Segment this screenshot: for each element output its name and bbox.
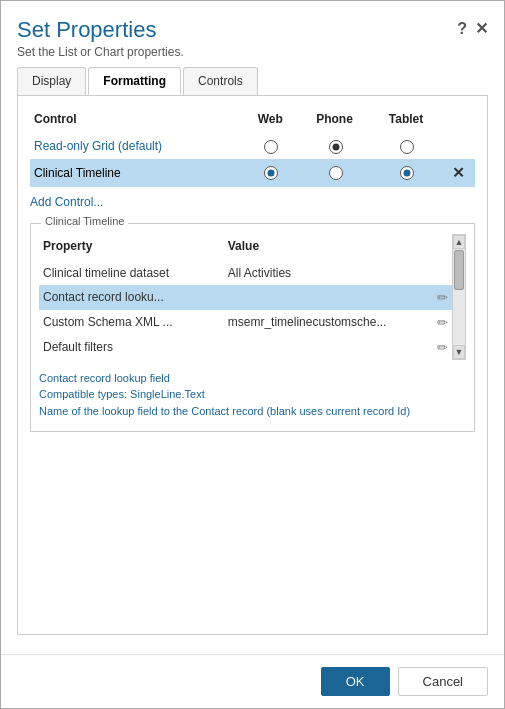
description-box: Contact record lookup field Compatible t… — [39, 370, 466, 420]
prop-col-header: Property — [39, 234, 224, 261]
scroll-thumb[interactable] — [454, 250, 464, 290]
dialog-header: Set Properties Set the List or Chart pro… — [1, 1, 504, 67]
prop-value-dataset: All Activities — [224, 261, 391, 285]
control-name-clinical: Clinical Timeline — [30, 159, 244, 187]
tab-display[interactable]: Display — [17, 67, 86, 95]
radio-clinical-tablet[interactable] — [372, 159, 442, 187]
radio-readonly-phone[interactable] — [299, 134, 372, 159]
header-actions: ? ✕ — [457, 21, 488, 37]
dialog-subtitle: Set the List or Chart properties. — [17, 45, 184, 59]
prop-value-filters — [224, 335, 391, 360]
prop-row-custom-schema: Custom Schema XML ... msemr_timelinecust… — [39, 310, 452, 335]
value-col-header: Value — [224, 234, 391, 261]
property-table: Property Value Clinical timeline dataset… — [39, 234, 452, 360]
prop-name-dataset: Clinical timeline dataset — [39, 261, 224, 285]
controls-table: Control Web Phone Tablet Read-only Grid … — [30, 108, 475, 187]
delete-clinical-button[interactable]: ✕ — [442, 159, 475, 187]
header-left: Set Properties Set the List or Chart pro… — [17, 17, 184, 59]
radio-clinical-web[interactable] — [244, 159, 299, 187]
scroll-down-button[interactable]: ▼ — [453, 345, 465, 359]
edit-icon[interactable]: ✏ — [437, 315, 448, 330]
tab-bar: Display Formatting Controls — [17, 67, 488, 95]
help-icon[interactable]: ? — [457, 21, 467, 37]
edit-icon[interactable]: ✏ — [437, 340, 448, 355]
property-table-wrap: Property Value Clinical timeline dataset… — [39, 234, 452, 360]
control-row-clinical-timeline[interactable]: Clinical Timeline ✕ — [30, 159, 475, 187]
prop-row-dataset: Clinical timeline dataset All Activities — [39, 261, 452, 285]
radio-icon-checked[interactable] — [400, 166, 414, 180]
tab-controls[interactable]: Controls — [183, 67, 258, 95]
radio-clinical-phone[interactable] — [299, 159, 372, 187]
prop-name-contact: Contact record looku... — [39, 285, 224, 310]
dialog-body: Display Formatting Controls Control Web … — [1, 67, 504, 654]
radio-icon-checked[interactable] — [329, 140, 343, 154]
edit-schema-button[interactable]: ✏ — [390, 310, 452, 335]
tab-content-formatting: Control Web Phone Tablet Read-only Grid … — [17, 95, 488, 635]
radio-icon[interactable] — [400, 140, 414, 154]
col-header-web: Web — [244, 108, 299, 134]
edit-filters-button[interactable]: ✏ — [390, 335, 452, 360]
property-table-container: Property Value Clinical timeline dataset… — [39, 234, 466, 360]
scrollbar[interactable]: ▲ ▼ — [452, 234, 466, 360]
edit-contact-button[interactable]: ✏ — [390, 285, 452, 310]
add-control-link[interactable]: Add Control... — [30, 195, 103, 209]
cancel-button[interactable]: Cancel — [398, 667, 488, 696]
clinical-timeline-section: Clinical Timeline Property Value — [30, 223, 475, 433]
prop-row-default-filters: Default filters ✏ — [39, 335, 452, 360]
description-line-2: Compatible types: SingleLine.Text — [39, 386, 466, 403]
prop-value-schema: msemr_timelinecustomsche... — [224, 310, 391, 335]
delete-icon[interactable]: ✕ — [452, 164, 465, 181]
dialog-title: Set Properties — [17, 17, 184, 43]
col-header-tablet: Tablet — [372, 108, 442, 134]
section-legend: Clinical Timeline — [41, 215, 128, 227]
edit-icon[interactable]: ✏ — [437, 290, 448, 305]
description-line-3: Name of the lookup field to the Contact … — [39, 403, 466, 420]
dialog-footer: OK Cancel — [1, 654, 504, 708]
radio-readonly-tablet[interactable] — [372, 134, 442, 159]
radio-icon-checked[interactable] — [264, 166, 278, 180]
col-header-phone: Phone — [299, 108, 372, 134]
radio-readonly-web[interactable] — [244, 134, 299, 159]
close-icon[interactable]: ✕ — [475, 21, 488, 37]
prop-row-contact-lookup[interactable]: Contact record looku... ✏ — [39, 285, 452, 310]
prop-value-contact — [224, 285, 391, 310]
radio-icon[interactable] — [264, 140, 278, 154]
prop-name-filters: Default filters — [39, 335, 224, 360]
ok-button[interactable]: OK — [321, 667, 390, 696]
control-name-readonly: Read-only Grid (default) — [30, 134, 244, 159]
col-header-control: Control — [30, 108, 244, 134]
prop-name-schema: Custom Schema XML ... — [39, 310, 224, 335]
scroll-track[interactable] — [453, 249, 465, 345]
description-line-1: Contact record lookup field — [39, 370, 466, 387]
radio-icon[interactable] — [329, 166, 343, 180]
tab-formatting[interactable]: Formatting — [88, 67, 181, 95]
control-row-readonly-grid: Read-only Grid (default) — [30, 134, 475, 159]
scroll-up-button[interactable]: ▲ — [453, 235, 465, 249]
set-properties-dialog: Set Properties Set the List or Chart pro… — [0, 0, 505, 709]
